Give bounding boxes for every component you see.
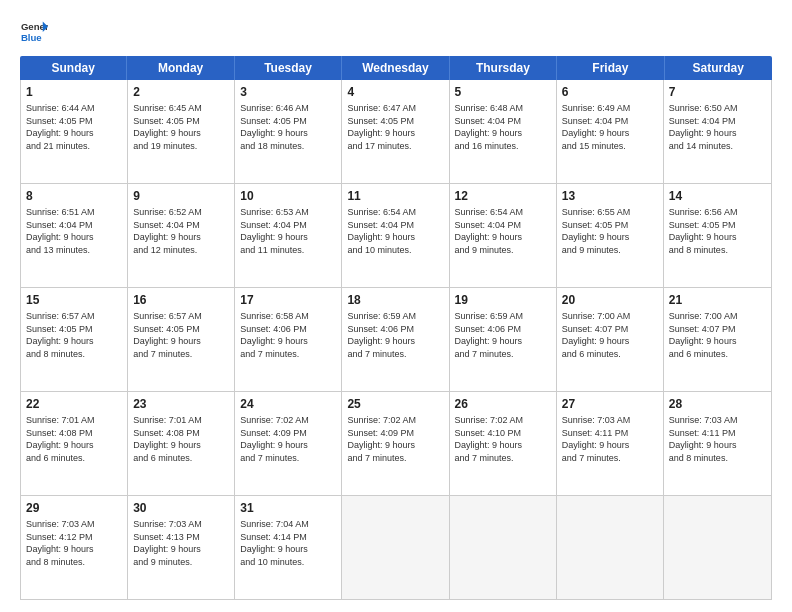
day-number: 8 [26, 188, 122, 204]
day-number: 1 [26, 84, 122, 100]
calendar-cell: 3Sunrise: 6:46 AMSunset: 4:05 PMDaylight… [235, 80, 342, 183]
calendar-cell: 13Sunrise: 6:55 AMSunset: 4:05 PMDayligh… [557, 184, 664, 287]
cell-text: Sunrise: 6:49 AMSunset: 4:04 PMDaylight:… [562, 102, 658, 152]
cell-text: Sunrise: 7:03 AMSunset: 4:13 PMDaylight:… [133, 518, 229, 568]
weekday-header: Monday [127, 56, 234, 80]
calendar-cell: 15Sunrise: 6:57 AMSunset: 4:05 PMDayligh… [21, 288, 128, 391]
calendar-cell [342, 496, 449, 599]
day-number: 25 [347, 396, 443, 412]
calendar-row: 8Sunrise: 6:51 AMSunset: 4:04 PMDaylight… [21, 184, 771, 288]
calendar-cell: 26Sunrise: 7:02 AMSunset: 4:10 PMDayligh… [450, 392, 557, 495]
day-number: 6 [562, 84, 658, 100]
day-number: 15 [26, 292, 122, 308]
calendar-cell: 16Sunrise: 6:57 AMSunset: 4:05 PMDayligh… [128, 288, 235, 391]
calendar-cell: 7Sunrise: 6:50 AMSunset: 4:04 PMDaylight… [664, 80, 771, 183]
day-number: 26 [455, 396, 551, 412]
calendar-cell: 20Sunrise: 7:00 AMSunset: 4:07 PMDayligh… [557, 288, 664, 391]
calendar-cell: 22Sunrise: 7:01 AMSunset: 4:08 PMDayligh… [21, 392, 128, 495]
day-number: 31 [240, 500, 336, 516]
calendar-cell: 9Sunrise: 6:52 AMSunset: 4:04 PMDaylight… [128, 184, 235, 287]
cell-text: Sunrise: 6:47 AMSunset: 4:05 PMDaylight:… [347, 102, 443, 152]
cell-text: Sunrise: 6:58 AMSunset: 4:06 PMDaylight:… [240, 310, 336, 360]
calendar-cell: 6Sunrise: 6:49 AMSunset: 4:04 PMDaylight… [557, 80, 664, 183]
calendar-header: SundayMondayTuesdayWednesdayThursdayFrid… [20, 56, 772, 80]
logo: General Blue [20, 18, 48, 46]
calendar-cell: 1Sunrise: 6:44 AMSunset: 4:05 PMDaylight… [21, 80, 128, 183]
calendar-cell: 12Sunrise: 6:54 AMSunset: 4:04 PMDayligh… [450, 184, 557, 287]
day-number: 20 [562, 292, 658, 308]
cell-text: Sunrise: 6:57 AMSunset: 4:05 PMDaylight:… [133, 310, 229, 360]
cell-text: Sunrise: 7:00 AMSunset: 4:07 PMDaylight:… [669, 310, 766, 360]
cell-text: Sunrise: 6:54 AMSunset: 4:04 PMDaylight:… [455, 206, 551, 256]
cell-text: Sunrise: 6:54 AMSunset: 4:04 PMDaylight:… [347, 206, 443, 256]
day-number: 5 [455, 84, 551, 100]
cell-text: Sunrise: 7:03 AMSunset: 4:11 PMDaylight:… [669, 414, 766, 464]
day-number: 30 [133, 500, 229, 516]
weekday-header: Friday [557, 56, 664, 80]
day-number: 3 [240, 84, 336, 100]
day-number: 11 [347, 188, 443, 204]
calendar-row: 22Sunrise: 7:01 AMSunset: 4:08 PMDayligh… [21, 392, 771, 496]
calendar-cell: 5Sunrise: 6:48 AMSunset: 4:04 PMDaylight… [450, 80, 557, 183]
calendar-cell: 30Sunrise: 7:03 AMSunset: 4:13 PMDayligh… [128, 496, 235, 599]
cell-text: Sunrise: 6:48 AMSunset: 4:04 PMDaylight:… [455, 102, 551, 152]
cell-text: Sunrise: 6:56 AMSunset: 4:05 PMDaylight:… [669, 206, 766, 256]
weekday-header: Thursday [450, 56, 557, 80]
day-number: 19 [455, 292, 551, 308]
cell-text: Sunrise: 6:50 AMSunset: 4:04 PMDaylight:… [669, 102, 766, 152]
day-number: 10 [240, 188, 336, 204]
calendar-row: 15Sunrise: 6:57 AMSunset: 4:05 PMDayligh… [21, 288, 771, 392]
calendar-cell: 24Sunrise: 7:02 AMSunset: 4:09 PMDayligh… [235, 392, 342, 495]
calendar-cell: 14Sunrise: 6:56 AMSunset: 4:05 PMDayligh… [664, 184, 771, 287]
page: General Blue SundayMondayTuesdayWednesda… [0, 0, 792, 612]
day-number: 28 [669, 396, 766, 412]
day-number: 4 [347, 84, 443, 100]
day-number: 17 [240, 292, 336, 308]
calendar-cell: 18Sunrise: 6:59 AMSunset: 4:06 PMDayligh… [342, 288, 449, 391]
day-number: 14 [669, 188, 766, 204]
cell-text: Sunrise: 7:04 AMSunset: 4:14 PMDaylight:… [240, 518, 336, 568]
calendar-cell: 10Sunrise: 6:53 AMSunset: 4:04 PMDayligh… [235, 184, 342, 287]
day-number: 29 [26, 500, 122, 516]
cell-text: Sunrise: 7:00 AMSunset: 4:07 PMDaylight:… [562, 310, 658, 360]
calendar-cell: 27Sunrise: 7:03 AMSunset: 4:11 PMDayligh… [557, 392, 664, 495]
day-number: 23 [133, 396, 229, 412]
cell-text: Sunrise: 6:53 AMSunset: 4:04 PMDaylight:… [240, 206, 336, 256]
cell-text: Sunrise: 7:02 AMSunset: 4:10 PMDaylight:… [455, 414, 551, 464]
calendar-cell: 23Sunrise: 7:01 AMSunset: 4:08 PMDayligh… [128, 392, 235, 495]
calendar-cell [557, 496, 664, 599]
day-number: 2 [133, 84, 229, 100]
weekday-header: Sunday [20, 56, 127, 80]
calendar-cell [664, 496, 771, 599]
calendar-cell: 29Sunrise: 7:03 AMSunset: 4:12 PMDayligh… [21, 496, 128, 599]
calendar-cell: 21Sunrise: 7:00 AMSunset: 4:07 PMDayligh… [664, 288, 771, 391]
cell-text: Sunrise: 7:01 AMSunset: 4:08 PMDaylight:… [133, 414, 229, 464]
calendar-cell [450, 496, 557, 599]
cell-text: Sunrise: 7:02 AMSunset: 4:09 PMDaylight:… [240, 414, 336, 464]
weekday-header: Tuesday [235, 56, 342, 80]
weekday-header: Wednesday [342, 56, 449, 80]
day-number: 27 [562, 396, 658, 412]
calendar-cell: 19Sunrise: 6:59 AMSunset: 4:06 PMDayligh… [450, 288, 557, 391]
day-number: 22 [26, 396, 122, 412]
cell-text: Sunrise: 6:57 AMSunset: 4:05 PMDaylight:… [26, 310, 122, 360]
calendar-cell: 17Sunrise: 6:58 AMSunset: 4:06 PMDayligh… [235, 288, 342, 391]
day-number: 12 [455, 188, 551, 204]
cell-text: Sunrise: 6:45 AMSunset: 4:05 PMDaylight:… [133, 102, 229, 152]
calendar-cell: 25Sunrise: 7:02 AMSunset: 4:09 PMDayligh… [342, 392, 449, 495]
day-number: 13 [562, 188, 658, 204]
calendar-cell: 28Sunrise: 7:03 AMSunset: 4:11 PMDayligh… [664, 392, 771, 495]
cell-text: Sunrise: 6:51 AMSunset: 4:04 PMDaylight:… [26, 206, 122, 256]
calendar-cell: 31Sunrise: 7:04 AMSunset: 4:14 PMDayligh… [235, 496, 342, 599]
cell-text: Sunrise: 6:52 AMSunset: 4:04 PMDaylight:… [133, 206, 229, 256]
cell-text: Sunrise: 7:03 AMSunset: 4:11 PMDaylight:… [562, 414, 658, 464]
calendar-cell: 4Sunrise: 6:47 AMSunset: 4:05 PMDaylight… [342, 80, 449, 183]
logo-icon: General Blue [20, 18, 48, 46]
day-number: 16 [133, 292, 229, 308]
cell-text: Sunrise: 7:02 AMSunset: 4:09 PMDaylight:… [347, 414, 443, 464]
day-number: 21 [669, 292, 766, 308]
calendar-cell: 11Sunrise: 6:54 AMSunset: 4:04 PMDayligh… [342, 184, 449, 287]
cell-text: Sunrise: 6:55 AMSunset: 4:05 PMDaylight:… [562, 206, 658, 256]
calendar-row: 1Sunrise: 6:44 AMSunset: 4:05 PMDaylight… [21, 80, 771, 184]
day-number: 7 [669, 84, 766, 100]
